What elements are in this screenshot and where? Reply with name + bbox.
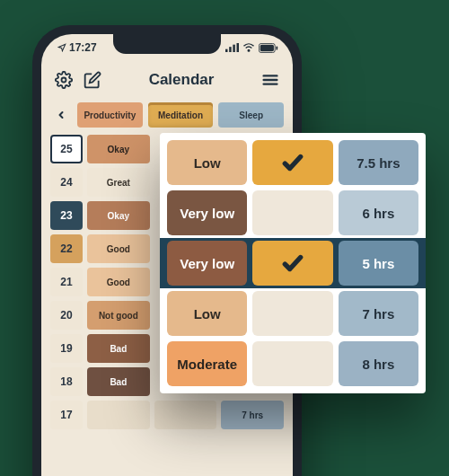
compose-icon [84, 71, 101, 89]
svg-rect-3 [237, 43, 240, 52]
tab-label: Productivity [84, 110, 136, 120]
check-icon [281, 251, 304, 275]
prod-cell[interactable]: Bad [87, 367, 150, 396]
prod-cell[interactable]: Good [87, 268, 150, 296]
check-icon [281, 151, 304, 174]
signal-icon [225, 43, 239, 52]
prod-cell[interactable]: Great [87, 168, 150, 197]
overlay-row[interactable]: Low 7.5 hrs [167, 140, 418, 185]
tab-productivity[interactable]: Productivity [77, 102, 143, 128]
overlay-sleep-cell[interactable]: 5 hrs [339, 241, 418, 286]
app-header: Calendar [41, 61, 293, 99]
overlay-prod-cell[interactable]: Low [167, 140, 247, 185]
sleep-cell[interactable]: 7 hrs [221, 401, 284, 429]
status-time: 17:27 [69, 41, 97, 54]
date-cell[interactable]: 24 [50, 168, 83, 197]
prod-cell[interactable]: Okay [87, 135, 150, 163]
gear-icon [55, 71, 73, 89]
location-icon [57, 43, 66, 52]
page-title: Calendar [149, 71, 215, 89]
date-cell[interactable]: 22 [50, 234, 83, 263]
tabs-back-button[interactable] [50, 102, 72, 128]
overlay-sleep-cell[interactable]: 7 hrs [339, 291, 418, 336]
tab-meditation[interactable]: Meditation [148, 102, 214, 128]
date-cell[interactable]: 23 [50, 201, 83, 230]
overlay-med-cell[interactable] [252, 140, 332, 185]
chevron-left-icon [56, 109, 66, 121]
date-cell[interactable]: 19 [50, 334, 83, 363]
phone-notch [113, 34, 221, 54]
date-cell[interactable]: 21 [50, 268, 83, 296]
overlay-row[interactable]: Low 7 hrs [167, 291, 418, 336]
svg-rect-2 [233, 45, 235, 52]
svg-rect-1 [229, 47, 231, 52]
settings-button[interactable] [54, 70, 74, 90]
date-cell[interactable]: 20 [50, 301, 83, 330]
overlay-med-cell[interactable] [252, 190, 332, 235]
svg-rect-0 [225, 49, 228, 52]
overlay-row[interactable]: Moderate 8 hrs [167, 341, 418, 386]
category-tabs: Productivity Meditation Sleep [41, 99, 293, 135]
wifi-icon [242, 43, 255, 52]
overlay-med-cell[interactable] [252, 241, 332, 286]
svg-rect-7 [276, 46, 277, 49]
prod-cell[interactable]: Bad [87, 334, 150, 363]
prod-cell[interactable]: Okay [87, 201, 150, 230]
calendar-row[interactable]: 17 7 hrs [50, 401, 284, 429]
overlay-prod-cell[interactable]: Very low [167, 241, 247, 286]
overlay-med-cell[interactable] [252, 291, 332, 336]
menu-button[interactable] [260, 70, 280, 90]
svg-point-4 [248, 50, 250, 52]
detail-overlay: Low 7.5 hrs Very low 6 hrs Very low 5 hr… [160, 133, 426, 393]
overlay-sleep-cell[interactable]: 8 hrs [339, 341, 418, 386]
tab-sleep[interactable]: Sleep [218, 102, 284, 128]
svg-point-8 [62, 78, 66, 83]
battery-icon [259, 43, 278, 53]
overlay-med-cell[interactable] [252, 341, 332, 386]
med-cell[interactable] [154, 401, 217, 429]
svg-rect-6 [260, 44, 274, 51]
overlay-prod-cell[interactable]: Moderate [167, 341, 247, 386]
tab-label: Meditation [158, 110, 203, 120]
overlay-row[interactable]: Very low 6 hrs [167, 190, 418, 235]
prod-cell[interactable]: Good [87, 234, 150, 263]
date-cell[interactable]: 18 [50, 367, 83, 396]
compose-button[interactable] [83, 70, 102, 90]
overlay-sleep-cell[interactable]: 6 hrs [339, 190, 418, 235]
prod-cell[interactable] [87, 401, 150, 429]
date-cell[interactable]: 25 [50, 135, 83, 163]
overlay-sleep-cell[interactable]: 7.5 hrs [339, 140, 418, 185]
overlay-prod-cell[interactable]: Very low [167, 190, 247, 235]
date-cell[interactable]: 17 [50, 401, 83, 429]
overlay-row-selected[interactable]: Very low 5 hrs [167, 241, 418, 286]
menu-icon [260, 70, 280, 90]
prod-cell[interactable]: Not good [87, 301, 150, 330]
tab-label: Sleep [239, 110, 263, 120]
overlay-prod-cell[interactable]: Low [167, 291, 247, 336]
